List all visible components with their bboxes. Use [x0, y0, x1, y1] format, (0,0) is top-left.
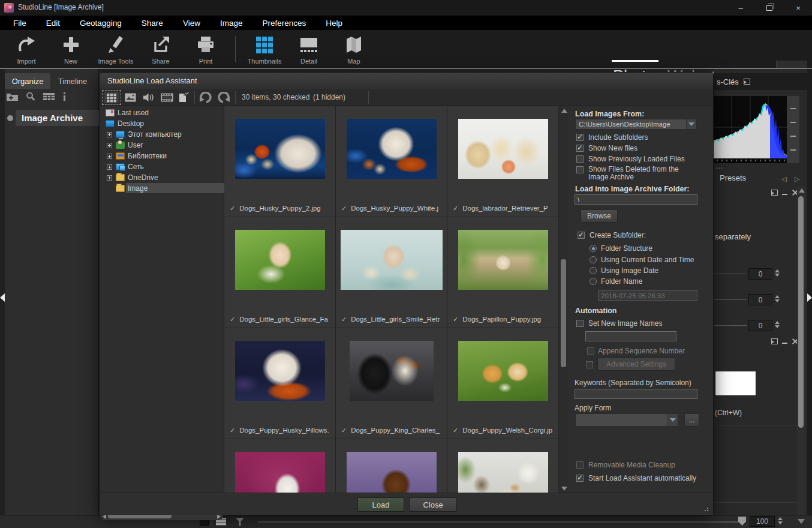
thumbnail-cell[interactable]: ✓Dogs_labrador_Retriever_P: [447, 106, 559, 217]
source-path-dropdown[interactable]: C:\Users\User\Desktop\Image: [575, 119, 697, 130]
image-date-radio[interactable]: [590, 267, 597, 274]
check-icon[interactable]: ✓: [453, 316, 458, 323]
expand-right-arrow-icon[interactable]: [807, 293, 812, 302]
tree-item-libraries[interactable]: Библиотеки: [100, 151, 224, 161]
chevron-down-icon[interactable]: [686, 119, 696, 129]
new-folder-icon[interactable]: [6, 92, 19, 104]
adjust-spinner-1[interactable]: 0: [748, 268, 772, 280]
thumbnail-image[interactable]: [458, 452, 548, 493]
minimize-panel-icon[interactable]: [782, 194, 787, 195]
folder-name-radio[interactable]: [590, 278, 597, 285]
expand-icon[interactable]: [107, 143, 112, 148]
browse-button[interactable]: Browse: [581, 209, 618, 223]
menu-help[interactable]: Help: [326, 19, 342, 28]
thumbnail-image[interactable]: [235, 341, 325, 401]
presets-next-icon[interactable]: ▷: [795, 175, 799, 183]
table-view-icon[interactable]: [43, 92, 55, 104]
redo-icon[interactable]: [199, 92, 213, 103]
start-automatically-checkbox[interactable]: [576, 475, 584, 482]
scroll-down-icon[interactable]: [561, 487, 567, 491]
check-icon[interactable]: ✓: [341, 205, 347, 212]
thumbnail-cell[interactable]: [224, 439, 336, 493]
thumbnail-image[interactable]: [341, 230, 443, 290]
document-filter-icon[interactable]: [178, 92, 190, 103]
thumbnail-image[interactable]: [235, 452, 325, 493]
thumbnail-size-slider[interactable]: [258, 521, 739, 523]
adjust-spinner-3[interactable]: 0: [748, 320, 772, 331]
advanced-settings-button[interactable]: Advanced Settings: [597, 358, 675, 371]
removable-cleanup-checkbox[interactable]: [576, 461, 584, 469]
tree-item-image-selected[interactable]: Image: [100, 183, 224, 194]
thumbnail-cell[interactable]: [336, 439, 447, 493]
advanced-settings-checkbox[interactable]: [586, 361, 593, 368]
scroll-down-icon[interactable]: [798, 519, 805, 524]
apply-form-dropdown[interactable]: [575, 413, 678, 427]
thumbnail-cell[interactable]: ✓Dogs_Little_girls_Glance_Fa: [224, 217, 336, 328]
resize-grip[interactable]: [704, 506, 710, 512]
splitter-dots[interactable]: ⋯: [715, 164, 724, 172]
keywords-input[interactable]: [575, 389, 697, 399]
chevron-down-icon[interactable]: [667, 414, 678, 426]
share-button[interactable]: Share: [141, 34, 181, 66]
create-subfolder-checkbox[interactable]: [578, 232, 585, 239]
thumbnail-cell[interactable]: ✓Dogs_Husky_Puppy_2.jpg: [224, 106, 336, 217]
append-sequence-checkbox[interactable]: [587, 347, 594, 355]
detail-view-button[interactable]: Detail: [289, 34, 329, 66]
close-dialog-button[interactable]: Close: [409, 497, 457, 512]
thumbnail-cell[interactable]: ✓Dogs_Husky_Puppy_White.j: [336, 106, 447, 217]
undock-icon[interactable]: [771, 338, 778, 344]
grid-scrollbar-thumb[interactable]: [561, 259, 566, 367]
new-button[interactable]: New: [51, 34, 91, 66]
thumbnail-cell[interactable]: [447, 439, 559, 493]
thumbnail-image[interactable]: [458, 341, 548, 401]
close-button[interactable]: ×: [784, 0, 812, 16]
adjust-spinner-2[interactable]: 0: [748, 294, 772, 305]
undock-icon[interactable]: [744, 79, 750, 85]
set-new-names-checkbox[interactable]: [576, 320, 584, 327]
thumbnail-cell[interactable]: ✓Dogs_Papillon_Puppy.jpg: [447, 217, 559, 328]
zoom-value-box[interactable]: 100: [750, 516, 775, 527]
menu-image[interactable]: Image: [220, 19, 243, 28]
search-icon[interactable]: [26, 92, 35, 104]
image-tools-button[interactable]: Image Tools: [94, 34, 137, 66]
minimize-panel-icon[interactable]: [782, 343, 787, 344]
thumbnail-image[interactable]: [458, 230, 548, 290]
scroll-up-icon[interactable]: [561, 109, 567, 113]
thumbnail-cell[interactable]: ✓Dogs_Little_girls_Smile_Retr: [336, 217, 447, 328]
scroll-left-icon[interactable]: [103, 514, 106, 519]
thumbnail-cell[interactable]: ✓Dogs_Puppy_Husky_Pillows.: [224, 328, 336, 439]
load-button[interactable]: Load: [357, 497, 404, 512]
date-subfolder-input[interactable]: [598, 290, 697, 301]
show-previous-checkbox[interactable]: [576, 155, 584, 163]
image-archive-root[interactable]: Image Archive: [16, 110, 99, 126]
menu-view[interactable]: View: [183, 19, 200, 28]
tree-item-last-used[interactable]: Last used: [100, 107, 224, 118]
check-icon[interactable]: ✓: [230, 427, 235, 434]
scroll-right-icon[interactable]: [217, 514, 221, 519]
import-button[interactable]: Import: [7, 34, 46, 66]
check-icon[interactable]: ✓: [230, 316, 235, 323]
show-deleted-checkbox[interactable]: [576, 166, 584, 173]
slider-track[interactable]: [714, 299, 747, 300]
menu-share[interactable]: Share: [142, 19, 163, 28]
presets-prev-icon[interactable]: ◁: [781, 175, 786, 183]
tree-item-this-pc[interactable]: Этот компьютер: [100, 129, 224, 140]
tab-organize[interactable]: Organize: [5, 73, 50, 89]
tree-item-user[interactable]: User: [100, 140, 224, 151]
color-swatch[interactable]: [715, 371, 756, 396]
check-icon[interactable]: ✓: [341, 427, 347, 434]
dialog-titlebar[interactable]: StudioLine Load Assistant: [100, 73, 713, 89]
thumbnail-cell[interactable]: ✓Dogs_Puppy_Welsh_Corgi.jp: [447, 328, 559, 439]
include-subfolders-checkbox[interactable]: [576, 134, 584, 141]
expand-icon[interactable]: [107, 154, 112, 159]
menu-geotagging[interactable]: Geotagging: [80, 19, 122, 28]
thumbnails-view-button[interactable]: Thumbnails: [245, 34, 284, 66]
menu-preferences[interactable]: Preferences: [262, 19, 306, 28]
thumbnail-image[interactable]: [347, 452, 437, 493]
filter-icon[interactable]: [236, 518, 244, 526]
scroll-up-icon[interactable]: [799, 188, 805, 193]
presets-header[interactable]: Presets: [720, 173, 746, 182]
archive-folder-input[interactable]: [575, 194, 697, 205]
keywords-panel-header[interactable]: s-Clés: [714, 73, 807, 90]
expand-icon[interactable]: [107, 175, 112, 181]
